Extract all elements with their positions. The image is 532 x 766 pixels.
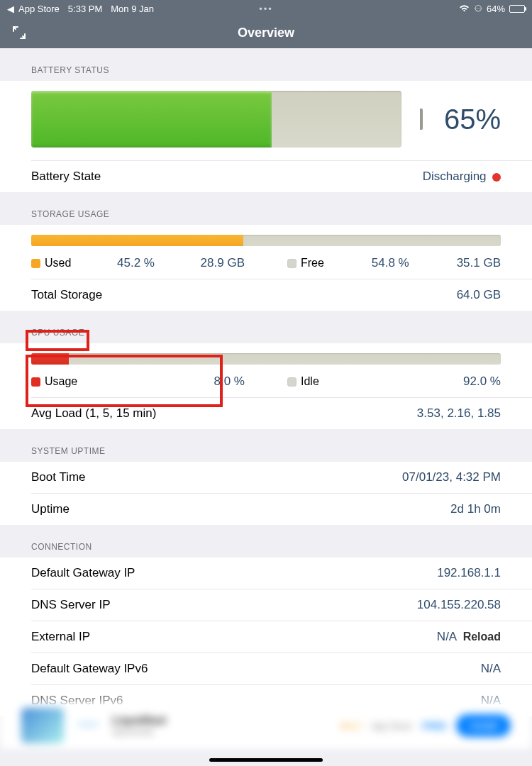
gateway-ipv6-label: Default Gateway IPv6 <box>31 662 148 676</box>
section-storage-label: STORAGE USAGE <box>0 192 532 225</box>
section-connection-label: CONNECTION <box>0 525 532 557</box>
battery-state-label: Battery State <box>31 170 101 184</box>
battery-state-value: Discharging <box>423 170 487 183</box>
cpu-bar-fill <box>31 353 69 365</box>
boot-time-label: Boot Time <box>31 470 86 484</box>
storage-bar-fill <box>31 235 243 246</box>
battery-card: 65% Battery State Discharging <box>0 81 532 192</box>
battery-icon <box>509 5 525 13</box>
status-battery-pct: 64% <box>487 4 505 14</box>
storage-free-label: Free <box>301 257 324 270</box>
expand-icon[interactable] <box>11 25 27 40</box>
dns-ip-value: 104.155.220.58 <box>417 598 501 612</box>
status-bar: ◀ App Store 5:33 PM Mon 9 Jan ••• ⦵ 64% <box>0 0 532 17</box>
ad-banner[interactable]: 〰 LiquidfastSponsored ★4.2 App Store FRE… <box>0 702 532 749</box>
gateway-ip-label: Default Gateway IP <box>31 566 135 580</box>
cpu-usage-label: Usage <box>45 375 77 388</box>
ad-thumb-icon <box>21 708 64 743</box>
home-indicator[interactable] <box>209 758 323 762</box>
avg-load-label: Avg Load (1, 5, 15 min) <box>31 406 156 421</box>
section-cpu-label: CPU USAGE <box>0 311 532 343</box>
storage-free-size: 35.1 GB <box>457 256 501 270</box>
ad-app-icon: 〰 <box>74 711 102 740</box>
external-ip-label: External IP <box>31 630 90 644</box>
back-app-caret-icon[interactable]: ◀ <box>7 4 14 14</box>
total-storage-label: Total Storage <box>31 288 102 302</box>
battery-tip <box>420 109 423 130</box>
status-time: 5:33 PM <box>68 4 102 14</box>
battery-percent-text: 65% <box>444 104 501 135</box>
orientation-lock-icon: ⦵ <box>474 3 482 14</box>
section-uptime-label: SYSTEM UPTIME <box>0 429 532 462</box>
battery-fill <box>31 91 272 148</box>
cpu-idle-label: Idle <box>301 375 319 388</box>
section-battery-label: BATTERY STATUS <box>0 48 532 81</box>
free-swatch-icon <box>287 259 297 268</box>
ad-install-button[interactable]: Install <box>456 714 511 737</box>
boot-time-value: 07/01/23, 4:32 PM <box>402 470 501 484</box>
page-header: Overview <box>0 17 532 48</box>
storage-free-pct: 54.8 % <box>372 256 409 270</box>
discharging-dot-icon <box>492 173 501 182</box>
storage-card: Used 45.2 % 28.9 GB Free 54.8 % 35.1 GB … <box>0 225 532 311</box>
status-date: Mon 9 Jan <box>111 4 154 14</box>
cpu-usage-swatch-icon <box>31 377 40 387</box>
cpu-idle-swatch-icon <box>287 377 297 387</box>
page-title: Overview <box>238 26 294 40</box>
uptime-card: Boot Time 07/01/23, 4:32 PM Uptime 2d 1h… <box>0 462 532 525</box>
storage-used-size: 28.9 GB <box>201 256 245 270</box>
connection-card: Default Gateway IP 192.168.1.1 DNS Serve… <box>0 557 532 716</box>
wifi-icon <box>459 4 470 14</box>
storage-used-label: Used <box>45 257 71 270</box>
battery-graphic <box>31 91 401 148</box>
storage-used-pct: 45.2 % <box>117 256 155 270</box>
used-swatch-icon <box>31 259 40 268</box>
multitask-dots-icon[interactable]: ••• <box>259 4 273 14</box>
cpu-card: Usage 8.0 % Idle 92.0 % Avg Load (1, 5, … <box>0 343 532 429</box>
dns-ip-label: DNS Server IP <box>31 598 110 612</box>
uptime-value: 2d 1h 0m <box>450 502 501 516</box>
cpu-usage-text: 8.0 % <box>214 374 245 389</box>
back-app-label[interactable]: App Store <box>18 4 60 14</box>
gateway-ipv6-value: N/A <box>481 662 501 676</box>
cpu-idle-text: 92.0 % <box>463 374 501 389</box>
total-storage-value: 64.0 GB <box>457 288 501 302</box>
avg-load-value: 3.53, 2.16, 1.85 <box>417 406 501 421</box>
external-ip-value: N/A <box>437 630 457 643</box>
uptime-label: Uptime <box>31 502 70 516</box>
cpu-bar <box>31 353 501 365</box>
reload-button[interactable]: Reload <box>463 631 501 643</box>
storage-bar <box>31 235 501 246</box>
gateway-ip-value: 192.168.1.1 <box>437 566 501 580</box>
